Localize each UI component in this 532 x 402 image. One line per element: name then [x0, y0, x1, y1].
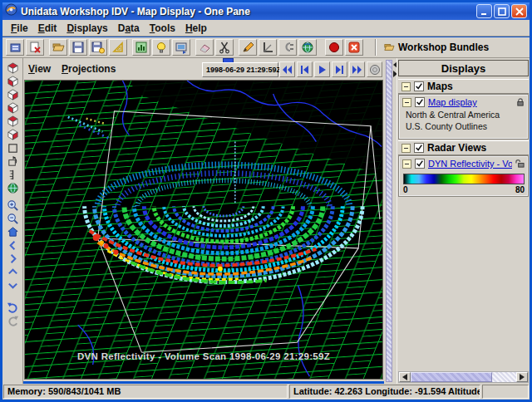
radar-views-group-header[interactable]: Radar Views [398, 140, 529, 155]
capture-image-icon[interactable] [172, 39, 190, 56]
unlock-icon[interactable] [515, 159, 525, 169]
pan-down-icon[interactable] [6, 279, 20, 292]
rewind-button[interactable] [279, 61, 295, 77]
workshop-bundles-button[interactable]: Workshop Bundles [383, 40, 489, 55]
scroll-right-arrow[interactable] [516, 372, 528, 382]
extra-status [482, 385, 529, 399]
pan-right-icon[interactable] [6, 252, 20, 265]
check-icon [415, 144, 423, 152]
window-controls [476, 4, 527, 18]
title-bar[interactable]: Unidata Workshop IDV - Map Display - One… [2, 2, 530, 20]
erase-icon[interactable] [195, 39, 214, 56]
zoom-out-icon[interactable] [6, 213, 20, 225]
main-toolbar: Workshop Bundles [2, 37, 530, 58]
menu-data[interactable]: Data [115, 21, 146, 36]
loop-button[interactable] [367, 61, 382, 77]
cut-icon[interactable] [215, 39, 234, 56]
lock-icon[interactable] [516, 97, 525, 107]
collapse-maps-icon[interactable] [401, 82, 411, 91]
check-icon [416, 98, 424, 106]
globe-icon[interactable] [298, 39, 317, 56]
zoom-in-icon[interactable] [6, 199, 20, 212]
map-layer-item[interactable]: North & Central America [399, 109, 528, 120]
perspective-view-icon[interactable] [6, 142, 20, 154]
window-title: Unidata Workshop IDV - Map Display - One… [21, 6, 476, 17]
displays-panel: Displays Maps Map display North & Centra… [397, 58, 530, 384]
radar-views-group-label: Radar Views [427, 142, 486, 154]
pan-up-icon[interactable] [6, 266, 20, 278]
reflectivity-colorbar[interactable] [403, 174, 525, 184]
display-label: DVN Reflectivity - Volume Scan 1998-06-2… [25, 351, 382, 361]
colorbar-max-label: 80 [515, 185, 525, 194]
menu-edit[interactable]: Edit [35, 21, 64, 36]
drawing-tool-icon[interactable] [109, 39, 127, 56]
pan-left-icon[interactable] [6, 239, 20, 252]
radar-display-link[interactable]: DYN Reflectivity - Volu... [428, 159, 512, 169]
charts-icon[interactable] [132, 39, 150, 56]
map-display-link[interactable]: Map display [428, 97, 513, 107]
vertical-range-icon[interactable] [6, 169, 20, 181]
collapse-radar-display-icon[interactable] [402, 159, 411, 169]
tools-icon[interactable] [278, 39, 297, 56]
map-display-checkbox[interactable] [415, 97, 425, 107]
menu-tools[interactable]: Tools [146, 21, 182, 36]
undo-icon[interactable] [6, 301, 20, 313]
open-file-icon[interactable] [49, 39, 67, 56]
remove-displays-icon[interactable] [26, 39, 44, 56]
app-icon [5, 3, 17, 19]
collapse-map-display-icon[interactable] [402, 98, 411, 107]
dashboard-icon[interactable] [6, 39, 24, 56]
view-west-icon[interactable] [6, 101, 20, 114]
radar-group-box: DYN Reflectivity - Volu... 0 80 [398, 155, 529, 197]
menu-help[interactable]: Help [182, 21, 214, 36]
step-back-button[interactable] [297, 61, 313, 77]
menu-file[interactable]: File [7, 21, 35, 36]
step-forward-button[interactable] [332, 61, 347, 77]
view-north-icon[interactable] [6, 61, 20, 74]
time-selector-dropdown[interactable]: 1998-06-29 21:29:59Z [202, 62, 278, 77]
location-status: Latitude: 42.263 Longitude: -91.594 Alti… [289, 385, 480, 399]
redo-icon[interactable] [6, 314, 20, 326]
close-button[interactable] [511, 4, 527, 18]
save-as-icon[interactable] [89, 39, 107, 56]
globe-view-icon[interactable] [6, 182, 20, 194]
save-icon[interactable] [69, 39, 87, 56]
memory-status: Memory: 590/843/1041 MB [3, 385, 288, 399]
map-display-row: Map display [399, 95, 528, 109]
scrollbar-thumb[interactable] [411, 372, 492, 382]
view-south-icon[interactable] [6, 75, 20, 87]
play-button[interactable] [314, 61, 330, 77]
view-top-icon[interactable] [6, 115, 20, 127]
plot-icon[interactable] [259, 39, 277, 56]
colorbar-min-label: 0 [403, 185, 408, 194]
maximize-button[interactable] [494, 4, 510, 18]
view-east-icon[interactable] [6, 88, 20, 100]
splitter-handle[interactable] [386, 60, 392, 382]
view-bottom-icon[interactable] [6, 128, 20, 140]
fast-forward-button[interactable] [349, 61, 365, 77]
rotate-view-icon[interactable] [6, 155, 20, 168]
radar-display-checkbox[interactable] [415, 159, 425, 169]
minimize-button[interactable] [476, 4, 492, 18]
map-layer-item[interactable]: U.S. County Outlines [399, 120, 528, 132]
menu-projections[interactable]: Projections [62, 63, 116, 75]
menu-displays[interactable]: Displays [63, 21, 114, 36]
exit-icon[interactable] [345, 39, 363, 56]
application-window: Unidata Workshop IDV - Map Display - One… [0, 0, 532, 402]
status-bar: Memory: 590/843/1041 MB Latitude: 42.263… [2, 384, 530, 400]
edit-icon[interactable] [239, 39, 257, 56]
maps-visibility-checkbox[interactable] [414, 81, 424, 91]
scroll-left-arrow[interactable] [399, 372, 411, 382]
record-icon[interactable] [325, 39, 343, 56]
menu-view[interactable]: View [28, 63, 51, 75]
radar-volume-scene [25, 81, 382, 379]
maps-group-header[interactable]: Maps [398, 79, 529, 94]
collapse-radar-views-icon[interactable] [401, 144, 411, 153]
view-toolbar [2, 58, 23, 384]
displays-panel-hscrollbar[interactable] [398, 371, 529, 383]
map-3d-canvas[interactable]: DVN Reflectivity - Volume Scan 1998-06-2… [24, 80, 383, 380]
radar-views-visibility-checkbox[interactable] [414, 143, 424, 153]
tips-icon[interactable] [152, 39, 170, 56]
panel-splitter[interactable] [384, 58, 397, 384]
reset-view-icon[interactable] [6, 226, 20, 238]
